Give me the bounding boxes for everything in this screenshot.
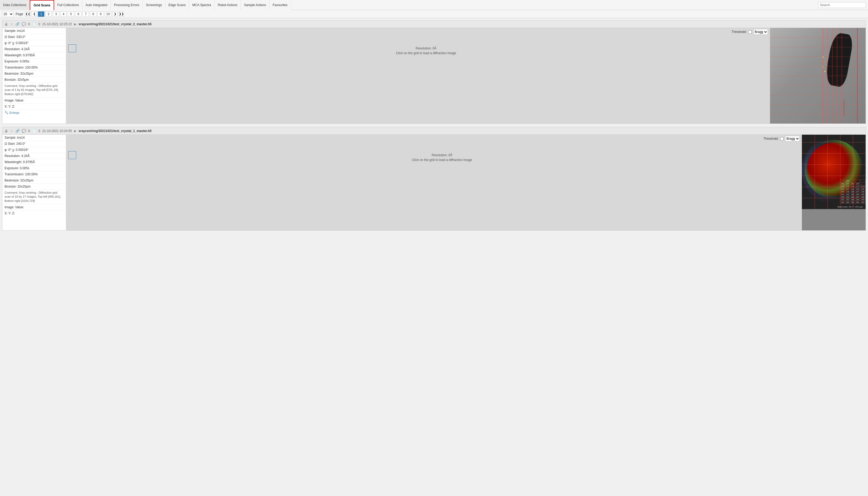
timestamp-2: 21-10-2021 10:24:55 — [42, 129, 72, 133]
tab-mca-spectra[interactable]: MCA Spectra — [189, 0, 214, 10]
card-body-2: Sample: ins14 Ω Start: 240.0° φ: 0° χ: 0… — [2, 135, 866, 230]
comment-count-2: 0 — [28, 129, 30, 133]
grid-numbers-table: 100 101102103104 12011911811711.8 121122… — [840, 180, 866, 204]
diffraction-area-1[interactable]: Resolution: 0Å Click on the grid to load… — [82, 41, 770, 60]
image-value-row-2: Image: Value: — [2, 204, 66, 211]
page-4[interactable]: 4 — [60, 12, 67, 17]
file-icon-2[interactable]: 📄 — [32, 129, 36, 133]
card-body-1: Sample: ins14 Ω Start: 330.0° φ: 0° χ: 0… — [2, 28, 866, 124]
page-6[interactable]: 6 — [75, 12, 81, 17]
comment-icon-2[interactable]: 💬 — [22, 129, 26, 133]
tab-edge-scans[interactable]: Edge Scans — [165, 0, 189, 10]
collection-card-1: 🖨 ☆ 🔗 💬 0 📄 0 21-10-2021 10:25:22 ▶ xray… — [2, 20, 866, 124]
threshold-checkbox-2[interactable] — [780, 137, 784, 141]
timestamp-1: 21-10-2021 10:25:22 — [42, 22, 72, 26]
page-prev-button[interactable]: ❮ — [32, 12, 37, 17]
page-label: Page — [16, 12, 23, 16]
file-count-2: 0 — [38, 129, 41, 133]
star-icon-2[interactable]: ☆ — [10, 129, 13, 133]
diffraction-area-2[interactable]: Resolution: 0Å Click on the grid to load… — [82, 148, 802, 167]
resolution-display-2: Resolution: 0Å — [432, 153, 452, 157]
page-1[interactable]: 1 — [38, 12, 44, 17]
transmission-row-2: Transmission: 100.00% — [2, 171, 66, 177]
tab-favourites[interactable]: Favourites — [270, 0, 291, 10]
diffraction-panel-1: Threshold: Bragg All Resolution: 0Å Clic… — [66, 28, 770, 124]
comment-count-1: 0 — [28, 22, 30, 26]
bragg-select-2[interactable]: Bragg All — [785, 136, 800, 142]
tab-screenings[interactable]: Screenings — [143, 0, 165, 10]
tab-grid-scans[interactable]: Grid Scans — [30, 0, 54, 10]
meta-panel-2: Sample: ins14 Ω Start: 240.0° φ: 0° χ: 0… — [2, 135, 66, 230]
meta-panel-1: Sample: ins14 Ω Start: 330.0° φ: 0° χ: 0… — [2, 28, 66, 124]
resolution-display-1: Resolution: 0Å — [416, 46, 436, 50]
diffraction-panel-2: Threshold: Bragg All Resolution: 0Å Clic… — [66, 135, 802, 230]
page-9[interactable]: 9 — [97, 12, 104, 17]
wavelength-row-2: Wavelength: 0.9795Å — [2, 159, 66, 165]
collection-card-2: 🖨 ☆ 🔗 💬 0 📄 0 21-10-2021 10:24:55 ▶ xray… — [2, 127, 866, 231]
comment-icon-1[interactable]: 💬 — [22, 22, 26, 26]
beam-size-label: Beam size: 35.7 × 25.0 μm — [837, 206, 863, 208]
resolution-row-2: Resolution: 4.24Å — [2, 153, 66, 159]
card-header-2: 🖨 ☆ 🔗 💬 0 📄 0 21-10-2021 10:24:55 ▶ xray… — [2, 127, 866, 135]
star-icon-1[interactable]: ☆ — [10, 22, 13, 26]
file-count-1: 0 — [38, 22, 41, 26]
magnify-icon-1: 🔍 — [4, 111, 8, 114]
exposure-row-2: Exposure: 0.005s — [2, 165, 66, 171]
beamsize-row-1: Beamsize: 32x20μm — [2, 71, 66, 77]
threshold-bar-2: Threshold: Bragg All — [66, 135, 802, 143]
phi-row-2: φ: 0° χ: 0.00018° — [2, 147, 66, 153]
page-last-button[interactable]: ❯❯ — [119, 12, 124, 17]
page-first-button[interactable]: ❮❮ — [25, 12, 31, 17]
omega-row-1: Ω Start: 330.0° — [2, 34, 66, 40]
print-icon[interactable]: 🖨 — [4, 22, 8, 26]
threshold-label-1: Threshold: — [732, 30, 747, 34]
boxsize-row-1: Boxsize: 32x5μm — [2, 77, 66, 83]
grid-placeholder-2[interactable] — [68, 151, 76, 159]
page-5[interactable]: 5 — [68, 12, 74, 17]
crystal-image-2: 100 101102103104 12011911811711.8 121122… — [802, 135, 866, 209]
link-icon-1[interactable]: 🔗 — [15, 22, 20, 26]
image-panel-1[interactable] — [770, 28, 866, 124]
link-icon-2[interactable]: 🔗 — [15, 129, 20, 133]
click-hint-1: Click on the grid to load a diffraction … — [396, 51, 456, 55]
tab-processing-errors[interactable]: Processing Errors — [111, 0, 143, 10]
comment-text-1: Comment: Xray centring - Diffraction gri… — [2, 83, 66, 97]
page-2[interactable]: 2 — [45, 12, 52, 17]
tab-full-collections[interactable]: Full Collections — [54, 0, 82, 10]
xyz-row-2: X: Y: Z: — [2, 211, 66, 216]
page-8[interactable]: 8 — [90, 12, 96, 17]
per-page-select[interactable]: 15 25 50 100 — [2, 11, 14, 17]
phi-row-1: φ: 0° χ: 0.00016° — [2, 40, 66, 46]
tab-sample-actions[interactable]: Sample Actions — [241, 0, 270, 10]
page-next-button[interactable]: ❯ — [112, 12, 118, 17]
sample-row-1: Sample: ins14 — [2, 28, 66, 34]
image-panel-2[interactable]: 100 101102103104 12011911811711.8 121122… — [802, 135, 866, 230]
exposure-row-1: Exposure: 0.005s — [2, 59, 66, 65]
resolution-row-1: Resolution: 4.24Å — [2, 46, 66, 52]
threshold-label-2: Threshold: — [763, 137, 778, 141]
tab-robot-actions[interactable]: Robot Actions — [214, 0, 241, 10]
threshold-checkbox-1[interactable] — [748, 30, 752, 34]
top-navigation: Data Collections Grid Scans Full Collect… — [0, 0, 868, 10]
file-icon-1[interactable]: 📄 — [32, 22, 36, 26]
bragg-select-1[interactable]: Bragg All — [753, 29, 768, 35]
main-content: 🖨 ☆ 🔗 💬 0 📄 0 21-10-2021 10:25:22 ▶ xray… — [0, 18, 868, 496]
pagination-row: 15 25 50 100 Page ❮❮ ❮ 1 2 3 4 5 6 7 8 9… — [0, 10, 868, 18]
tab-data-collections[interactable]: Data Collections — [0, 0, 30, 10]
print-icon-2[interactable]: 🖨 — [4, 129, 8, 133]
grid-placeholder-1[interactable] — [68, 44, 76, 52]
page-7[interactable]: 7 — [83, 12, 89, 17]
omega-row-2: Ω Start: 240.0° — [2, 141, 66, 147]
sample-row-2: Sample: ins14 — [2, 135, 66, 141]
tab-auto-integrated[interactable]: Auto Integrated — [82, 0, 111, 10]
page-10[interactable]: 10 — [105, 12, 111, 17]
path-1: xraycentring/20211021/test_crystal_2_mas… — [79, 22, 151, 26]
click-hint-2: Click on the grid to load a diffraction … — [412, 158, 472, 162]
search-input[interactable] — [818, 2, 866, 8]
crystal-image-1 — [770, 28, 866, 124]
path-2: xraycentring/20211021/test_crystal_1_mas… — [79, 129, 151, 133]
page-3[interactable]: 3 — [53, 12, 59, 17]
enlarge-link-1[interactable]: 🔍 Enlarge — [2, 110, 66, 115]
threshold-bar-1: Threshold: Bragg All — [66, 28, 770, 36]
card-header-1: 🖨 ☆ 🔗 💬 0 📄 0 21-10-2021 10:25:22 ▶ xray… — [2, 20, 866, 28]
